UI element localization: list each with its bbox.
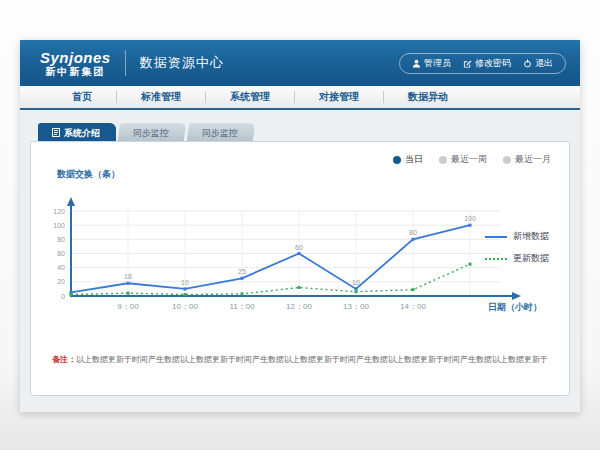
content-area: 系统介绍 同步监控 同步监控 当日 最近一周 bbox=[20, 123, 580, 423]
nav-item-interface-mgmt[interactable]: 对接管理 bbox=[295, 90, 383, 104]
tab-system-intro[interactable]: 系统介绍 bbox=[38, 123, 116, 141]
logout-button[interactable]: 退出 bbox=[523, 57, 553, 70]
radio-dot bbox=[393, 156, 401, 164]
svg-text:100: 100 bbox=[53, 222, 65, 229]
document-icon bbox=[52, 128, 60, 139]
svg-text:0: 0 bbox=[61, 293, 65, 300]
edit-icon bbox=[463, 59, 472, 68]
main-nav: 首页 标准管理 系统管理 对接管理 数据异动 bbox=[20, 86, 580, 110]
svg-text:60: 60 bbox=[295, 244, 303, 251]
svg-text:25: 25 bbox=[238, 268, 246, 275]
tab-sync-monitor-1[interactable]: 同步监控 bbox=[118, 123, 187, 141]
svg-text:20: 20 bbox=[57, 278, 65, 285]
svg-text:13：00: 13：00 bbox=[343, 302, 369, 311]
svg-text:日期（小时）: 日期（小时） bbox=[488, 302, 542, 312]
radio-last-week[interactable]: 最近一周 bbox=[439, 153, 487, 166]
svg-text:10：00: 10：00 bbox=[172, 302, 198, 311]
nav-item-system-mgmt[interactable]: 系统管理 bbox=[206, 90, 294, 104]
nav-item-home[interactable]: 首页 bbox=[48, 90, 116, 104]
legend-line-solid bbox=[485, 236, 507, 238]
tab-sync-monitor-2[interactable]: 同步监控 bbox=[187, 123, 256, 141]
y-axis-label: 数据交换（条） bbox=[57, 168, 120, 181]
note-text: 以上数据更新于时间产生数据以上数据更新于时间产生数据以上数据更新于时间产生数据以… bbox=[76, 355, 548, 364]
radio-dot bbox=[503, 156, 511, 164]
user-toolbar: 管理员 修改密码 退出 bbox=[399, 53, 566, 74]
app-window: Synjones 新中新集团 数据资源中心 管理员 修改密码 退出 首页 标准管… bbox=[20, 40, 580, 412]
power-icon bbox=[523, 59, 532, 68]
company-logo: Synjones 新中新集团 bbox=[40, 50, 111, 77]
current-user[interactable]: 管理员 bbox=[412, 57, 451, 70]
note-prefix: 备注： bbox=[52, 355, 76, 364]
footer-note: 备注：以上数据更新于时间产生数据以上数据更新于时间产生数据以上数据更新于时间产生… bbox=[31, 354, 569, 365]
app-header: Synjones 新中新集团 数据资源中心 管理员 修改密码 退出 bbox=[20, 40, 580, 86]
nav-item-standard-mgmt[interactable]: 标准管理 bbox=[117, 90, 205, 104]
time-range-filters: 当日 最近一周 最近一月 bbox=[393, 153, 551, 166]
user-icon bbox=[412, 59, 421, 68]
legend-line-dashed bbox=[485, 258, 507, 260]
legend-item-new-data: 新增数据 bbox=[485, 230, 561, 243]
radio-dot bbox=[439, 156, 447, 164]
svg-text:100: 100 bbox=[464, 215, 476, 222]
svg-text:12：00: 12：00 bbox=[286, 302, 312, 311]
svg-text:120: 120 bbox=[53, 208, 65, 215]
legend-item-updated-data: 更新数据 bbox=[485, 252, 561, 265]
svg-text:40: 40 bbox=[57, 264, 65, 271]
chart-legend: 新增数据 更新数据 bbox=[485, 230, 561, 274]
page-title: 数据资源中心 bbox=[140, 54, 224, 72]
logo-text-cn: 新中新集团 bbox=[45, 67, 105, 77]
svg-text:11：00: 11：00 bbox=[229, 302, 255, 311]
logo-text-en: Synjones bbox=[40, 50, 111, 65]
header-divider bbox=[125, 50, 126, 76]
tab-bar: 系统介绍 同步监控 同步监控 bbox=[38, 123, 580, 141]
svg-text:14：00: 14：00 bbox=[400, 302, 426, 311]
nav-item-data-change[interactable]: 数据异动 bbox=[384, 90, 472, 104]
svg-text:10: 10 bbox=[181, 279, 189, 286]
svg-text:60: 60 bbox=[57, 250, 65, 257]
radio-last-month[interactable]: 最近一月 bbox=[503, 153, 551, 166]
svg-text:18: 18 bbox=[124, 273, 132, 280]
svg-text:80: 80 bbox=[409, 229, 417, 236]
radio-today[interactable]: 当日 bbox=[393, 153, 423, 166]
change-password-button[interactable]: 修改密码 bbox=[463, 57, 511, 70]
svg-text:9：00: 9：00 bbox=[117, 302, 139, 311]
svg-text:10: 10 bbox=[352, 279, 360, 286]
svg-text:80: 80 bbox=[57, 236, 65, 243]
chart-panel: 当日 最近一周 最近一月 数据交换（条） 0204060801001209：00… bbox=[30, 141, 570, 396]
